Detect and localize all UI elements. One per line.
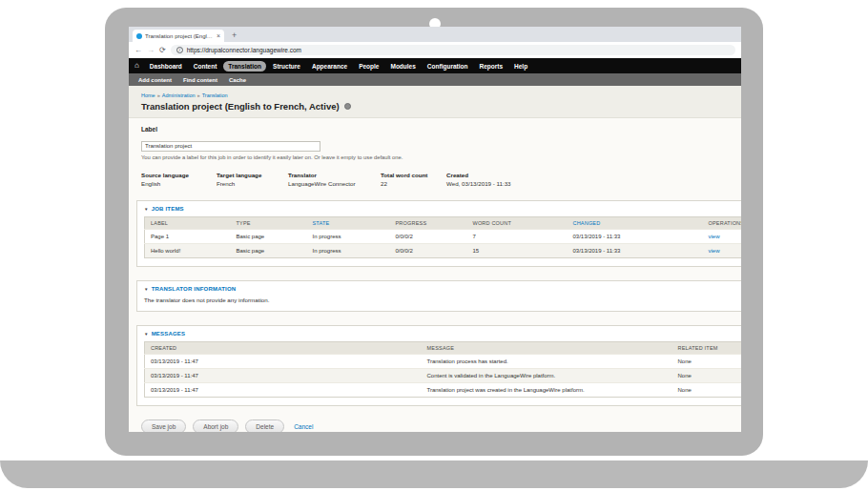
collapse-arrow-icon: ▼ <box>144 207 149 212</box>
job-item-row: Page 1 Basic page In progress 0/0/0/2 7 … <box>145 230 742 244</box>
menu-translation[interactable]: Translation <box>223 61 266 72</box>
col-type: TYPE <box>231 217 307 230</box>
message-row: 03/13/2019 - 11:47 Content is validated … <box>145 369 742 383</box>
cell-message: Content is validated in the LanguageWire… <box>422 369 672 383</box>
job-item-row: Hello world! Basic page In progress 0/0/… <box>145 244 742 258</box>
menu-configuration[interactable]: Configuration <box>423 61 473 72</box>
page-title: Translation project (English to French, … <box>141 101 340 112</box>
menu-dashboard[interactable]: Dashboard <box>145 61 187 72</box>
breadcrumb-administration[interactable]: Administration <box>162 92 196 98</box>
menu-structure[interactable]: Structure <box>268 61 305 72</box>
cell-related: None <box>672 355 742 369</box>
meta-created: Created Wed, 03/13/2019 - 11:33 <box>446 172 570 187</box>
menu-content[interactable]: Content <box>189 61 222 72</box>
message-row: 03/13/2019 - 11:47 Translation process h… <box>145 355 742 369</box>
menu-modules[interactable]: Modules <box>385 61 420 72</box>
shortcut-bar: Add content Find content Cache <box>129 73 741 86</box>
menu-appearance[interactable]: Appearance <box>307 61 352 72</box>
meta-target-language: Target language French <box>217 172 288 187</box>
col-operations: OPERATIONS <box>703 217 742 230</box>
col-progress: PROGRESS <box>390 217 467 230</box>
translator-info-fieldset: ▼ TRANSLATOR INFORMATION The translator … <box>136 280 741 312</box>
form-actions: Save job Abort job Delete Cancel <box>141 419 741 432</box>
cancel-link[interactable]: Cancel <box>294 423 313 430</box>
cell-message: Translation project was created in the L… <box>422 383 672 398</box>
delete-button[interactable]: Delete <box>245 419 284 432</box>
translator-info-text: The translator does not provide any info… <box>144 297 741 303</box>
col-changed-sort[interactable]: CHANGED <box>568 217 703 230</box>
new-tab-button[interactable]: + <box>232 30 237 42</box>
job-items-table: LABEL TYPE STATE PROGRESS WORD COUNT CHA… <box>144 216 741 258</box>
page-header: Home»Administration»Translation Translat… <box>129 86 741 118</box>
view-link[interactable]: view <box>709 248 720 254</box>
breadcrumb-separator: » <box>157 92 160 98</box>
collapse-arrow-icon: ▼ <box>144 332 149 337</box>
collapse-arrow-icon: ▼ <box>144 287 149 292</box>
label-help-text: You can provide a label for this job in … <box>141 154 741 160</box>
browser-window: Translation project (English to Fr × + ←… <box>129 27 741 432</box>
address-input[interactable]: i https://drupalconnector.languagewire.c… <box>171 45 735 55</box>
cell-related: None <box>672 383 742 398</box>
cell-progress: 0/0/0/2 <box>390 230 467 244</box>
menu-help[interactable]: Help <box>509 61 532 72</box>
back-icon[interactable]: ← <box>134 47 142 54</box>
contextual-gear-icon[interactable] <box>344 103 351 110</box>
cell-word-count: 7 <box>467 230 568 244</box>
translator-info-legend[interactable]: ▼ TRANSLATOR INFORMATION <box>144 286 741 292</box>
cell-label: Page 1 <box>145 230 231 244</box>
forward-icon[interactable]: → <box>147 47 155 54</box>
breadcrumb-home[interactable]: Home <box>141 92 155 98</box>
cell-progress: 0/0/0/2 <box>390 244 467 258</box>
cell-state: In progress <box>307 244 390 258</box>
cell-word-count: 15 <box>467 244 568 258</box>
laptop-base <box>0 460 868 488</box>
save-job-button[interactable]: Save job <box>141 419 186 432</box>
breadcrumb-translation[interactable]: Translation <box>202 92 228 98</box>
col-related-item: RELATED ITEM <box>672 342 742 355</box>
tab-title: Translation project (English to Fr <box>145 33 214 39</box>
url-text: https://drupalconnector.languagewire.com <box>187 47 301 53</box>
cell-created: 03/13/2019 - 11:47 <box>145 369 422 383</box>
col-message: MESSAGE <box>422 342 672 355</box>
messages-fieldset: ▼ MESSAGES CREATED MESSAGE RELATED ITEM <box>136 325 741 406</box>
job-meta-row: Source language English Target language … <box>141 172 741 187</box>
menu-reports[interactable]: Reports <box>474 61 507 72</box>
tab-strip: Translation project (English to Fr × + <box>129 27 741 42</box>
breadcrumb-separator: » <box>197 92 200 98</box>
close-tab-icon[interactable]: × <box>217 32 220 39</box>
shortcut-add-content[interactable]: Add content <box>138 77 172 83</box>
messages-table: CREATED MESSAGE RELATED ITEM 03/13/2019 … <box>144 341 741 398</box>
label-input[interactable] <box>141 141 320 152</box>
cell-label: Hello world! <box>145 244 231 258</box>
col-label: LABEL <box>145 217 231 230</box>
page-background: Translation project (English to Fr × + ←… <box>0 0 868 491</box>
form-content: Label You can provide a label for this j… <box>129 118 741 432</box>
col-created: CREATED <box>145 342 422 355</box>
meta-word-count: Total word count 22 <box>381 172 446 187</box>
cell-state: In progress <box>307 230 390 244</box>
col-state-sort[interactable]: STATE <box>307 217 390 230</box>
cell-type: Basic page <box>231 244 307 258</box>
home-icon[interactable]: ⌂ <box>134 62 139 70</box>
url-bar: ← → ⟳ i https://drupalconnector.language… <box>129 42 741 58</box>
messages-legend[interactable]: ▼ MESSAGES <box>144 331 741 337</box>
meta-translator: Translator LanguageWire Connector <box>288 172 381 187</box>
label-field-label: Label <box>141 126 741 133</box>
cell-changed: 03/13/2019 - 11:33 <box>568 244 703 258</box>
menu-people[interactable]: People <box>354 61 383 72</box>
site-info-icon[interactable]: i <box>176 47 183 53</box>
cell-created: 03/13/2019 - 11:47 <box>145 383 422 398</box>
breadcrumb: Home»Administration»Translation <box>141 92 741 98</box>
browser-tab[interactable]: Translation project (English to Fr × <box>133 30 224 42</box>
col-word-count: WORD COUNT <box>467 217 568 230</box>
abort-job-button[interactable]: Abort job <box>193 419 238 432</box>
shortcut-cache[interactable]: Cache <box>229 77 246 83</box>
view-link[interactable]: view <box>709 234 720 239</box>
label-field-group: Label You can provide a label for this j… <box>141 126 741 160</box>
cell-changed: 03/13/2019 - 11:33 <box>568 230 703 244</box>
monitor-frame: Translation project (English to Fr × + ←… <box>105 8 763 456</box>
job-items-legend[interactable]: ▼ JOB ITEMS <box>144 206 741 212</box>
shortcut-find-content[interactable]: Find content <box>183 77 217 83</box>
meta-source-language: Source language English <box>141 172 217 187</box>
reload-icon[interactable]: ⟳ <box>159 47 166 54</box>
